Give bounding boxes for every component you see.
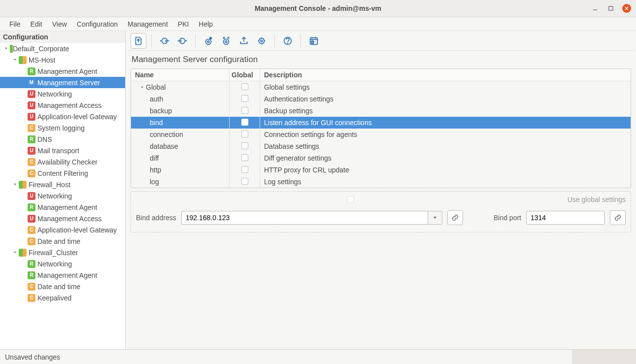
col-description[interactable]: Description xyxy=(260,69,631,81)
toolbar-upload-button[interactable] xyxy=(236,33,252,49)
global-checkbox[interactable] xyxy=(241,178,248,185)
table-row[interactable]: httpHTTP proxy for CRL update xyxy=(131,164,631,176)
statusbar-grip xyxy=(572,350,636,364)
badge-m: M xyxy=(28,79,35,87)
page-title: Management Server configuration xyxy=(127,51,635,67)
tree-item[interactable]: Firewall_Cluster xyxy=(0,247,125,258)
tree-item[interactable]: UManagement Access xyxy=(0,213,125,224)
bind-port-link-button[interactable] xyxy=(610,210,626,225)
table-row[interactable]: diffDiff generator settings xyxy=(131,152,631,164)
toolbar-connect-button[interactable] xyxy=(157,33,172,49)
tree-item[interactable]: UManagement Access xyxy=(0,99,125,111)
menu-help[interactable]: Help xyxy=(194,18,217,30)
expand-toggle[interactable] xyxy=(12,250,18,255)
tree-item-label: Management Server xyxy=(37,79,100,87)
toolbar-settings-button[interactable] xyxy=(254,33,269,49)
badge-u: U xyxy=(28,192,35,200)
menu-pki[interactable]: PKI xyxy=(173,18,194,30)
table-row[interactable]: logLog settings xyxy=(131,176,631,188)
host-icon xyxy=(19,181,27,189)
window-close-button[interactable] xyxy=(622,4,631,13)
svg-point-12 xyxy=(261,40,263,42)
menu-management[interactable]: Management xyxy=(123,18,172,30)
toolbar-separator xyxy=(151,34,152,47)
table-row[interactable]: authAuthentication settings xyxy=(131,93,631,105)
global-checkbox[interactable] xyxy=(241,154,248,161)
table-row[interactable]: connectionConnection settings for agents xyxy=(131,129,631,140)
bind-port-input[interactable] xyxy=(526,211,605,225)
row-name: log xyxy=(150,178,159,186)
global-checkbox[interactable] xyxy=(241,83,248,90)
host-icon xyxy=(19,249,27,257)
tree-item[interactable]: CApplication-level Gateway xyxy=(0,224,125,235)
tree-item[interactable]: CSystem logging xyxy=(0,122,125,133)
statusbar: Unsaved changes xyxy=(0,349,636,364)
table-row[interactable]: backupBackup settings xyxy=(131,105,631,117)
tree-item[interactable]: CDate and time xyxy=(0,281,125,292)
bind-address-input[interactable] xyxy=(181,211,428,225)
tree-item[interactable]: UNetworking xyxy=(0,88,125,99)
global-checkbox[interactable] xyxy=(241,107,248,114)
global-checkbox[interactable] xyxy=(241,95,248,102)
row-name: auth xyxy=(150,95,163,103)
menu-file[interactable]: File xyxy=(5,18,25,30)
global-checkbox[interactable] xyxy=(241,142,248,149)
tree-item[interactable]: CAvailability Checker xyxy=(0,156,125,167)
tree-item[interactable]: CKeepalived xyxy=(0,292,125,303)
col-global[interactable]: Global xyxy=(230,69,260,81)
toolbar-calendar-button[interactable] xyxy=(306,33,322,49)
toolbar-disconnect-button[interactable] xyxy=(174,33,190,49)
tree-item[interactable]: CContent Filtering xyxy=(0,167,125,179)
row-name: bind xyxy=(150,119,163,127)
tree-item[interactable]: MS-Host xyxy=(0,54,125,66)
menu-view[interactable]: View xyxy=(48,18,71,30)
bind-address-dropdown-button[interactable] xyxy=(428,211,442,225)
badge-u: U xyxy=(28,113,35,121)
toolbar-swap-button[interactable] xyxy=(218,33,234,49)
tree-item[interactable]: UApplication-level Gateway xyxy=(0,111,125,122)
tree-item[interactable]: CDate and time xyxy=(0,235,125,247)
tree-item[interactable]: RManagement Agent xyxy=(0,269,125,281)
tree-item[interactable]: Default_Corporate xyxy=(0,43,125,54)
badge-c: C xyxy=(28,283,35,291)
badge-c: C xyxy=(28,226,35,234)
bind-address-label: Bind address xyxy=(136,214,176,222)
tree-item[interactable]: UMail transport xyxy=(0,145,125,156)
use-global-checkbox[interactable] xyxy=(347,196,354,203)
settings-table: Name Global Description GlobalGlobal set… xyxy=(131,68,631,188)
bind-address-link-button[interactable] xyxy=(447,210,463,225)
expand-toggle[interactable] xyxy=(139,85,145,90)
table-row[interactable]: GlobalGlobal settings xyxy=(131,81,631,93)
table-header: Name Global Description xyxy=(131,69,631,81)
tree-item[interactable]: Firewall_Host xyxy=(0,179,125,190)
tree-item-label: Management Agent xyxy=(37,271,97,279)
window-minimize-button[interactable] xyxy=(591,4,600,13)
table-row[interactable]: bindListen address for GUI connections xyxy=(131,117,631,129)
global-checkbox[interactable] xyxy=(241,119,248,126)
col-name[interactable]: Name xyxy=(131,69,230,81)
toolbar-help-button[interactable] xyxy=(280,33,296,49)
tree-item[interactable]: RManagement Agent xyxy=(0,201,125,213)
global-checkbox[interactable] xyxy=(241,131,248,137)
badge-r: R xyxy=(28,271,35,279)
expand-toggle[interactable] xyxy=(3,46,9,51)
badge-r: R xyxy=(28,135,35,143)
tree-item-label: Management Access xyxy=(37,215,101,223)
tree-item[interactable]: UNetworking xyxy=(0,190,125,201)
menu-edit[interactable]: Edit xyxy=(26,18,47,30)
expand-toggle[interactable] xyxy=(12,182,18,187)
tree-item[interactable]: MManagement Server xyxy=(0,77,125,88)
tree-item[interactable]: RDNS xyxy=(0,133,125,145)
toolbar-commit-button[interactable] xyxy=(131,33,146,49)
tree-item-label: DNS xyxy=(37,135,52,143)
window-maximize-button[interactable] xyxy=(606,4,615,13)
global-checkbox[interactable] xyxy=(241,166,248,173)
table-row[interactable]: databaseDatabase settings xyxy=(131,140,631,152)
row-name: backup xyxy=(150,107,172,115)
tree-item[interactable]: RNetworking xyxy=(0,258,125,269)
expand-toggle[interactable] xyxy=(12,58,18,62)
toolbar-view-button[interactable] xyxy=(201,33,216,49)
menu-configuration[interactable]: Configuration xyxy=(72,18,122,30)
badge-u: U xyxy=(28,147,35,155)
tree-item[interactable]: RManagement Agent xyxy=(0,66,125,77)
